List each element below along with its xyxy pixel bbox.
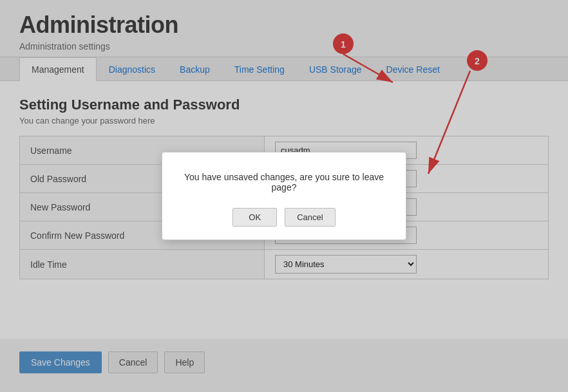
modal-ok-button[interactable]: OK [232,208,277,227]
page-wrapper: Administration Administration settings M… [0,0,568,392]
modal-cancel-button[interactable]: Cancel [285,208,335,227]
modal-message: You have unsaved changes, are you sure t… [182,172,386,192]
modal-buttons: OK Cancel [182,208,386,227]
modal-box: You have unsaved changes, are you sure t… [162,152,406,240]
modal-overlay: You have unsaved changes, are you sure t… [0,0,568,392]
